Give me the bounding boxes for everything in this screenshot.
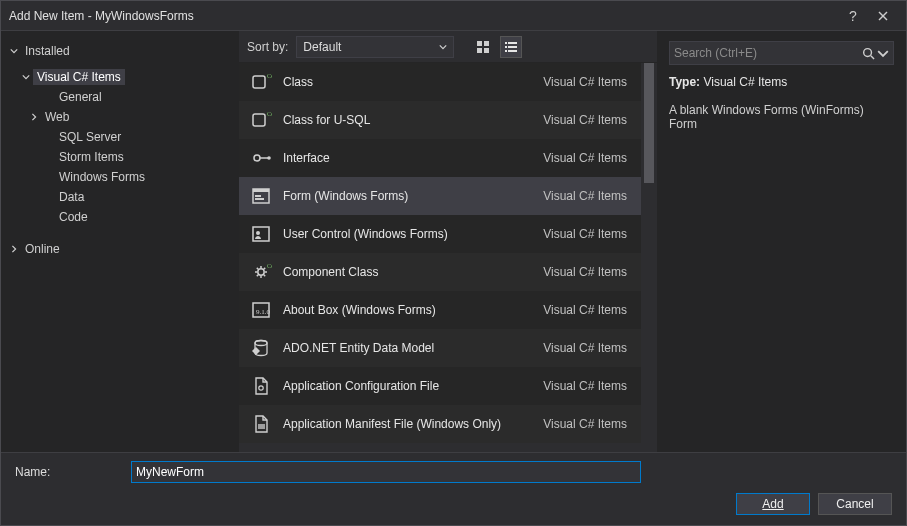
help-button[interactable]: ?: [838, 1, 868, 31]
tree-node-windows-forms[interactable]: Windows Forms: [7, 167, 233, 187]
template-item-name: Component Class: [283, 265, 543, 279]
aboutbox-icon: 9.1.0: [239, 299, 283, 321]
window-title: Add New Item - MyWindowsForms: [9, 9, 838, 23]
template-item[interactable]: C#ClassVisual C# Items: [239, 63, 641, 101]
svg-text:C#: C#: [267, 73, 272, 79]
template-item-category: Visual C# Items: [543, 265, 635, 279]
template-item[interactable]: User Control (Windows Forms)Visual C# It…: [239, 215, 641, 253]
sort-by-combo[interactable]: Default: [296, 36, 454, 58]
tree-node-general[interactable]: General: [7, 87, 233, 107]
template-item-name: ADO.NET Entity Data Model: [283, 341, 543, 355]
svg-rect-3: [484, 41, 489, 46]
template-item[interactable]: ADO.NET Entity Data ModelVisual C# Items: [239, 329, 641, 367]
template-item-name: Application Manifest File (Windows Only): [283, 417, 543, 431]
template-item[interactable]: Form (Windows Forms)Visual C# Items: [239, 177, 641, 215]
tree-node-storm-items[interactable]: Storm Items: [7, 147, 233, 167]
form-icon: [239, 185, 283, 207]
svg-rect-39: [258, 424, 265, 429]
template-item-category: Visual C# Items: [543, 189, 635, 203]
svg-point-16: [254, 155, 260, 161]
tree-node-data[interactable]: Data: [7, 187, 233, 207]
tree-node-web[interactable]: Web: [7, 107, 233, 127]
tree-node-code[interactable]: Code: [7, 207, 233, 227]
chevron-down-icon: [439, 40, 447, 54]
chevron-right-icon: [7, 245, 21, 253]
template-item-name: Form (Windows Forms): [283, 189, 543, 203]
template-item-category: Visual C# Items: [543, 303, 635, 317]
name-input[interactable]: [131, 461, 641, 483]
svg-rect-6: [505, 42, 507, 44]
workspace: Installed Visual C# Items General Web SQ…: [1, 31, 906, 452]
template-panel: Sort by: Default C#ClassVisual C# ItemsC…: [239, 31, 657, 452]
template-item-name: Class for U-SQL: [283, 113, 543, 127]
svg-line-32: [257, 275, 258, 276]
svg-text:9.1.0: 9.1.0: [256, 308, 271, 316]
ado-icon: [239, 337, 283, 359]
svg-rect-20: [253, 189, 269, 192]
template-item-category: Visual C# Items: [543, 151, 635, 165]
svg-point-40: [863, 48, 871, 56]
interface-icon: [239, 147, 283, 169]
search-box[interactable]: [669, 41, 894, 65]
svg-rect-2: [477, 41, 482, 46]
svg-rect-12: [253, 76, 265, 88]
search-dropdown-icon[interactable]: [877, 47, 889, 60]
chevron-right-icon: [27, 113, 41, 121]
info-type: Type: Visual C# Items: [669, 75, 894, 89]
svg-point-18: [267, 156, 271, 160]
svg-rect-10: [505, 50, 507, 52]
config-icon: [239, 375, 283, 397]
scrollbar-thumb[interactable]: [644, 63, 654, 183]
template-list[interactable]: C#ClassVisual C# ItemsC#Class for U-SQLV…: [239, 63, 641, 452]
template-item[interactable]: InterfaceVisual C# Items: [239, 139, 641, 177]
cancel-button[interactable]: Cancel: [818, 493, 892, 515]
template-item[interactable]: C#Component ClassVisual C# Items: [239, 253, 641, 291]
template-item-name: User Control (Windows Forms): [283, 227, 543, 241]
tree-node-installed[interactable]: Installed: [7, 41, 233, 61]
class-icon: C#: [239, 71, 283, 93]
svg-point-38: [259, 386, 263, 390]
template-item[interactable]: C#Class for U-SQLVisual C# Items: [239, 101, 641, 139]
usercontrol-icon: [239, 223, 283, 245]
svg-rect-21: [255, 195, 261, 197]
template-item[interactable]: 9.1.0About Box (Windows Forms)Visual C# …: [239, 291, 641, 329]
manifest-icon: [239, 413, 283, 435]
svg-rect-14: [253, 114, 265, 126]
svg-point-25: [258, 269, 264, 275]
svg-line-30: [257, 268, 258, 269]
chevron-down-icon: [7, 47, 21, 55]
svg-text:C#: C#: [267, 263, 272, 269]
add-button[interactable]: Add: [736, 493, 810, 515]
svg-rect-22: [255, 198, 264, 200]
view-medium-icons-button[interactable]: [472, 36, 494, 58]
svg-rect-5: [484, 48, 489, 53]
template-item-category: Visual C# Items: [543, 379, 635, 393]
template-item[interactable]: Application Manifest File (Windows Only)…: [239, 405, 641, 443]
svg-rect-9: [508, 46, 517, 48]
search-icon[interactable]: [859, 47, 877, 60]
template-toolbar: Sort by: Default: [239, 31, 657, 63]
svg-line-33: [264, 268, 265, 269]
sort-by-label: Sort by:: [245, 40, 288, 54]
bottom-bar: Name: Add Cancel: [1, 452, 906, 525]
tree-node-sql-server[interactable]: SQL Server: [7, 127, 233, 147]
template-item-category: Visual C# Items: [543, 417, 635, 431]
close-button[interactable]: [868, 1, 898, 31]
svg-rect-4: [477, 48, 482, 53]
template-item-name: Class: [283, 75, 543, 89]
tree-node-online[interactable]: Online: [7, 239, 233, 259]
svg-line-41: [870, 55, 873, 58]
template-item-category: Visual C# Items: [543, 227, 635, 241]
title-bar: Add New Item - MyWindowsForms ?: [1, 1, 906, 31]
svg-point-24: [256, 231, 260, 235]
svg-rect-8: [505, 46, 507, 48]
search-input[interactable]: [674, 46, 859, 60]
component-icon: C#: [239, 261, 283, 283]
tree-node-visual-csharp-items[interactable]: Visual C# Items: [7, 67, 233, 87]
view-list-button[interactable]: [500, 36, 522, 58]
scrollbar[interactable]: [641, 63, 657, 452]
class-icon: C#: [239, 109, 283, 131]
svg-line-31: [264, 275, 265, 276]
category-tree[interactable]: Installed Visual C# Items General Web SQ…: [1, 31, 239, 452]
template-item[interactable]: Application Configuration FileVisual C# …: [239, 367, 641, 405]
